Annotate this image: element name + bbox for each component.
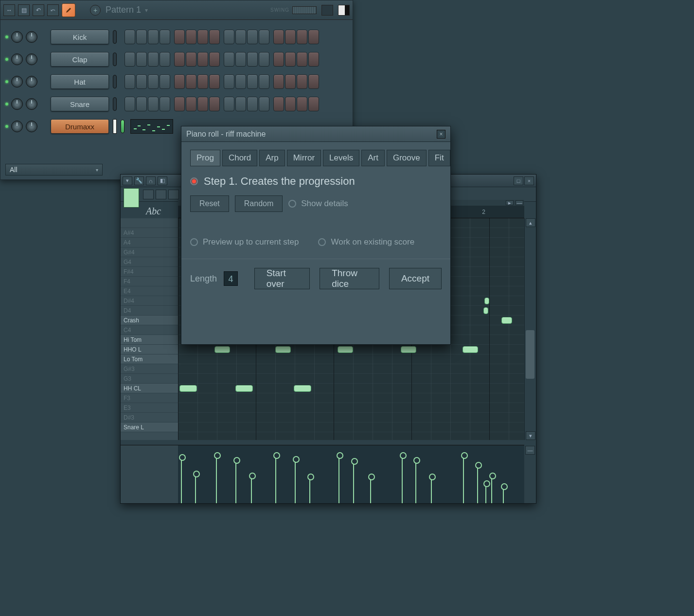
step-cell[interactable] — [308, 97, 319, 111]
piano-key-label[interactable]: Hi Tom — [121, 335, 178, 345]
reset-button[interactable]: Reset — [190, 195, 229, 212]
note[interactable] — [401, 346, 416, 353]
note[interactable] — [501, 317, 512, 324]
play-marker-button[interactable]: ▸ — [506, 200, 514, 205]
step-cell[interactable] — [273, 97, 284, 111]
step-cell[interactable] — [247, 74, 258, 89]
scroll-up-button[interactable]: ▴ — [526, 218, 535, 227]
step-cell[interactable] — [224, 74, 234, 89]
snap-arrows-button[interactable]: ↔ — [3, 4, 15, 16]
step-cell[interactable] — [285, 97, 296, 111]
step-cell[interactable] — [235, 74, 246, 89]
channel-volume-knob[interactable] — [26, 121, 37, 132]
piano-key-label[interactable]: HH CL — [121, 384, 178, 393]
close-button[interactable]: × — [437, 130, 445, 139]
step-cell[interactable] — [285, 30, 296, 44]
piano-key-label[interactable]: HHO L — [121, 345, 178, 354]
random-button[interactable]: Random — [235, 195, 283, 212]
step-cell[interactable] — [235, 30, 246, 44]
add-pattern-button[interactable]: + — [90, 5, 101, 16]
velocity-handle[interactable] — [415, 459, 416, 503]
graph-editor-button[interactable] — [321, 5, 333, 16]
piano-key-label[interactable]: E3 — [121, 403, 178, 413]
note[interactable] — [294, 385, 311, 392]
step-cell[interactable] — [209, 97, 220, 111]
channel-filter-dropdown[interactable]: All ▾ — [5, 164, 103, 176]
redo-button[interactable]: ⤺ — [47, 4, 59, 16]
slice-tool-button[interactable] — [168, 190, 179, 199]
velocity-handle[interactable] — [251, 475, 252, 503]
note[interactable] — [275, 346, 291, 353]
channel-volume-knob[interactable] — [26, 98, 37, 110]
piano-key-label[interactable]: G4 — [121, 257, 178, 267]
velocity-handle[interactable] — [370, 476, 371, 503]
velocity-handle[interactable] — [309, 476, 310, 503]
step-cell[interactable] — [224, 52, 234, 67]
velocity-editor[interactable] — [178, 445, 524, 503]
step-cell[interactable] — [209, 52, 220, 67]
paint-tool-button[interactable] — [156, 190, 166, 199]
step-cell[interactable] — [174, 74, 185, 89]
step-cell[interactable] — [125, 97, 135, 111]
velocity-handle[interactable] — [491, 475, 492, 503]
channel-name-button[interactable]: Kick — [51, 30, 109, 44]
draw-tool-button[interactable] — [143, 190, 154, 199]
piano-key-label[interactable] — [121, 218, 178, 228]
step-cell[interactable] — [297, 52, 307, 67]
existing-score-toggle[interactable]: Work on existing score — [318, 237, 414, 247]
piano-roll-vscrollbar[interactable]: ▴ ▾ — [524, 218, 536, 440]
step-cell[interactable] — [160, 97, 170, 111]
channel-enable-led[interactable] — [5, 103, 8, 106]
step-cell[interactable] — [186, 97, 196, 111]
step-cell[interactable] — [186, 74, 196, 89]
step-cell[interactable] — [125, 52, 135, 67]
piano-key-label[interactable]: A#4 — [121, 228, 178, 238]
step-cell[interactable] — [297, 74, 307, 89]
velocity-handle[interactable] — [181, 457, 182, 503]
step-cell[interactable] — [125, 30, 135, 44]
step-cell[interactable] — [148, 74, 159, 89]
step-cell[interactable] — [174, 52, 185, 67]
channel-name-button[interactable]: Clap — [51, 52, 109, 67]
channel-enable-led[interactable] — [5, 35, 8, 38]
step-cell[interactable] — [136, 97, 147, 111]
riff-titlebar[interactable]: Piano roll - riff machine × — [181, 126, 450, 142]
piano-key-label[interactable]: F3 — [121, 393, 178, 403]
riff-tab-arp[interactable]: Arp — [259, 150, 285, 166]
riff-tab-fit[interactable]: Fit — [428, 150, 450, 166]
velocity-collapse-button[interactable]: — — [525, 446, 535, 455]
swing-slider[interactable] — [292, 6, 317, 14]
preview-toggle[interactable]: Preview up to current step — [190, 237, 299, 247]
step-cell[interactable] — [197, 97, 208, 111]
piano-key-label[interactable]: F4 — [121, 277, 178, 286]
velocity-handle[interactable] — [338, 455, 339, 503]
channel-enable-led[interactable] — [5, 80, 8, 83]
step-cell[interactable] — [308, 30, 319, 44]
step-cell[interactable] — [297, 30, 307, 44]
note[interactable] — [484, 298, 489, 304]
channel-enable-led[interactable] — [5, 125, 8, 128]
step-cell[interactable] — [160, 74, 170, 89]
velocity-handle[interactable] — [485, 483, 486, 503]
velocity-handle[interactable] — [402, 455, 403, 503]
channel-volume-knob[interactable] — [26, 76, 37, 88]
close-button[interactable]: × — [524, 176, 534, 185]
channel-volume-knob[interactable] — [26, 53, 37, 65]
step-cell[interactable] — [160, 52, 170, 67]
step-cell[interactable] — [186, 52, 196, 67]
note[interactable] — [463, 346, 478, 353]
step-cell[interactable] — [209, 30, 220, 44]
step-cell[interactable] — [197, 74, 208, 89]
note[interactable] — [483, 307, 488, 314]
step-cell[interactable] — [259, 52, 269, 67]
step-cell[interactable] — [273, 52, 284, 67]
step-cell[interactable] — [136, 74, 147, 89]
piano-key-label[interactable]: G#4 — [121, 247, 178, 257]
step-cell[interactable] — [197, 30, 208, 44]
scroll-down-button[interactable]: ▾ — [526, 431, 535, 440]
show-details-toggle[interactable]: Show details — [288, 199, 348, 209]
piano-key-label[interactable]: Crash — [121, 316, 178, 325]
step-cell[interactable] — [247, 52, 258, 67]
piano-key-label[interactable]: G#3 — [121, 364, 178, 374]
piano-key-label[interactable]: D#4 — [121, 296, 178, 306]
